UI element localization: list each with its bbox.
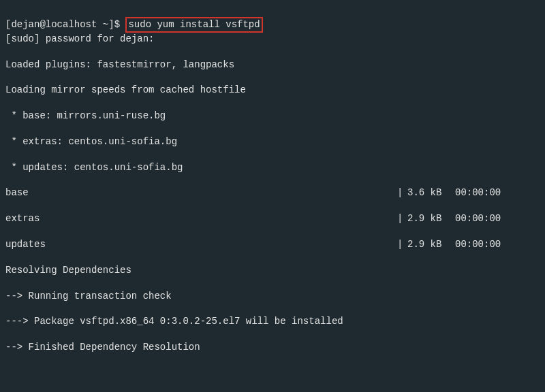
repo-name: extras xyxy=(5,212,397,225)
pipe-icon: | xyxy=(397,186,407,199)
repo-row-updates: updates| 2.9 kB00:00:00 xyxy=(5,238,540,251)
repo-time: 00:00:00 xyxy=(455,238,501,251)
repo-name: updates xyxy=(5,238,397,251)
plugins-line: Loaded plugins: fastestmirror, langpacks xyxy=(5,59,540,71)
command-text: sudo yum install vsftpd xyxy=(128,19,260,30)
repo-row-extras: extras| 2.9 kB00:00:00 xyxy=(5,212,540,225)
finished-resolution-line: --> Finished Dependency Resolution xyxy=(5,341,540,354)
mirror-speeds-line: Loading mirror speeds from cached hostfi… xyxy=(5,84,540,97)
package-install-line: ---> Package vsftpd.x86_64 0:3.0.2-25.el… xyxy=(5,315,540,328)
resolving-line: Resolving Dependencies xyxy=(5,264,540,277)
repo-name: base xyxy=(5,186,397,199)
pipe-icon: | xyxy=(397,238,407,251)
mirror-extras: * extras: centos.uni-sofia.bg xyxy=(5,135,540,148)
transaction-check-line: --> Running transaction check xyxy=(5,290,540,303)
prompt-prefix: [dejan@localhost ~]$ xyxy=(5,19,125,30)
pipe-icon: | xyxy=(397,212,407,225)
mirror-base: * base: mirrors.uni-ruse.bg xyxy=(5,110,540,122)
repo-size: 2.9 kB xyxy=(407,212,455,225)
repo-size: 3.6 kB xyxy=(407,186,455,199)
shell-prompt: [dejan@localhost ~]$ sudo yum install vs… xyxy=(5,19,263,30)
sudo-password-line: [sudo] password for dejan: xyxy=(5,33,540,46)
repo-row-base: base| 3.6 kB00:00:00 xyxy=(5,186,540,199)
terminal-output: [dejan@localhost ~]$ sudo yum install vs… xyxy=(0,0,545,392)
mirror-updates: * updates: centos.uni-sofia.bg xyxy=(5,161,540,174)
repo-time: 00:00:00 xyxy=(455,186,501,199)
repo-size: 2.9 kB xyxy=(407,238,455,251)
command-highlight: sudo yum install vsftpd xyxy=(125,17,262,33)
repo-time: 00:00:00 xyxy=(455,212,501,225)
